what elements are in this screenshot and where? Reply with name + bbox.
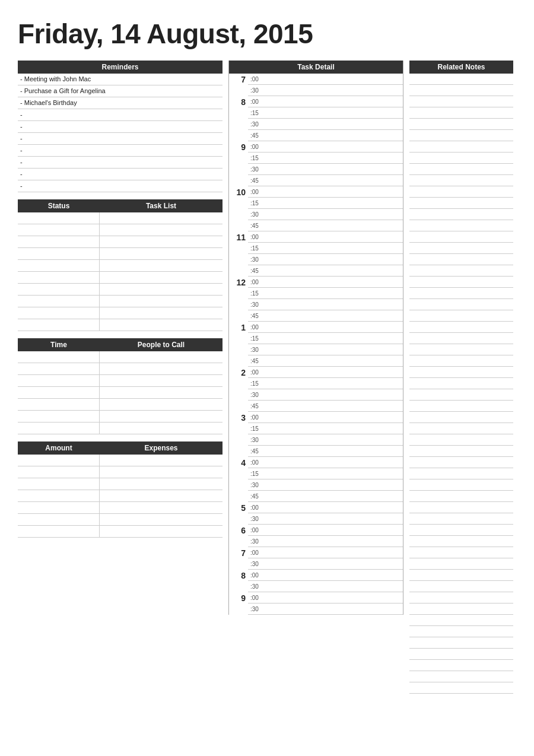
list-item [409, 288, 513, 299]
time-slot: :30 [248, 344, 403, 355]
time-label: :15 [250, 380, 263, 387]
hour-label: 7 [229, 547, 248, 570]
task-list-section: Status Task List [18, 199, 223, 331]
list-item: - Meeting with John Mac [18, 74, 223, 85]
task-cell [100, 248, 223, 259]
time-cell [18, 375, 100, 386]
hour-label: 4 [229, 457, 248, 502]
time-cell [18, 363, 100, 374]
time-slot: :00 [248, 547, 403, 558]
list-item [409, 277, 513, 288]
time-slot: :30 [248, 389, 403, 401]
status-cell [18, 307, 100, 319]
list-item [409, 615, 513, 626]
time-slot: :00 [248, 322, 403, 333]
person-cell [100, 399, 223, 410]
table-row [18, 399, 223, 411]
time-label: :00 [250, 527, 263, 533]
time-label: :00 [250, 279, 263, 285]
time-slot: :15 [248, 153, 403, 164]
list-item [409, 547, 513, 558]
table-row [18, 284, 223, 296]
time-slot: :30 [248, 209, 403, 220]
time-label: :15 [250, 335, 263, 342]
task-detail-schedule: 7 :00 :30 8 :00 :15 :30 :45 9 :00 :15 :3… [229, 74, 403, 615]
time-label: :00 [250, 459, 263, 466]
task-detail-header: Task Detail [229, 61, 403, 74]
list-item [409, 603, 513, 615]
time-label: :00 [250, 504, 263, 511]
list-item [409, 412, 513, 423]
time-label: :15 [250, 471, 263, 477]
related-notes-section: Related Notes [403, 61, 513, 694]
time-slot: :00 [248, 457, 403, 468]
hour-label: 5 [229, 502, 248, 525]
list-item: - [18, 109, 223, 121]
list-item [409, 367, 513, 378]
list-item [409, 536, 513, 547]
people-to-call-section: Time People to Call [18, 338, 223, 434]
time-slot: :00 [248, 570, 403, 581]
time-label: :30 [250, 392, 263, 398]
list-item [409, 85, 513, 96]
time-slot: :30 [248, 581, 403, 592]
list-item [409, 231, 513, 243]
time-slot: :30 [248, 513, 403, 525]
time-slot: :30 [248, 603, 403, 615]
time-slot: :00 [248, 96, 403, 107]
list-item [409, 220, 513, 231]
time-slot: :00 [248, 74, 403, 85]
time-label: :15 [250, 245, 263, 252]
time-slot: :00 [248, 525, 403, 536]
hour-2pm-block: 2 :00 :15 :30 :45 [229, 367, 403, 412]
list-item [409, 502, 513, 513]
amount-cell [18, 502, 100, 513]
list-item [409, 299, 513, 310]
amount-cell [18, 455, 100, 466]
table-row [18, 212, 223, 224]
table-row [18, 490, 223, 502]
amount-cell [18, 466, 100, 478]
time-slot: :00 [248, 231, 403, 243]
time-slot: :00 [248, 367, 403, 378]
time-slot: :15 [248, 198, 403, 209]
person-cell [100, 411, 223, 422]
list-item [409, 322, 513, 333]
hour-4pm-block: 4 :00 :15 :30 :45 [229, 457, 403, 502]
task-list-rows [18, 212, 223, 331]
time-label: :00 [250, 324, 263, 331]
hour-label: 9 [229, 592, 248, 615]
expense-cell [100, 502, 223, 513]
table-row [18, 351, 223, 363]
time-slot: :15 [248, 378, 403, 389]
table-row [18, 272, 223, 284]
task-list-header-label: Task List [100, 199, 223, 212]
people-rows [18, 351, 223, 434]
time-slot: :45 [248, 175, 403, 186]
list-item [409, 310, 513, 322]
time-slot: :30 [248, 164, 403, 175]
list-item [409, 401, 513, 412]
list-item [409, 570, 513, 581]
list-item [409, 446, 513, 457]
expense-cell [100, 526, 223, 537]
table-row [18, 224, 223, 236]
list-item: - [18, 145, 223, 157]
list-item: - [18, 169, 223, 180]
hour-label: 2 [229, 367, 248, 412]
reminders-list: - Meeting with John Mac - Purchase a Gif… [18, 74, 223, 192]
status-cell [18, 224, 100, 236]
time-label: :45 [250, 403, 263, 409]
time-label: :30 [250, 538, 263, 545]
amount-header: Amount [18, 441, 100, 455]
reminders-section: Reminders - Meeting with John Mac - Purc… [18, 61, 223, 192]
list-item [409, 254, 513, 265]
time-slot: :15 [248, 468, 403, 479]
time-label: :30 [250, 437, 263, 443]
status-cell [18, 260, 100, 271]
time-label: :45 [250, 132, 263, 139]
list-item [409, 581, 513, 592]
time-label: :15 [250, 155, 263, 161]
task-list-header: Status Task List [18, 199, 223, 212]
time-slot: :30 [248, 558, 403, 570]
